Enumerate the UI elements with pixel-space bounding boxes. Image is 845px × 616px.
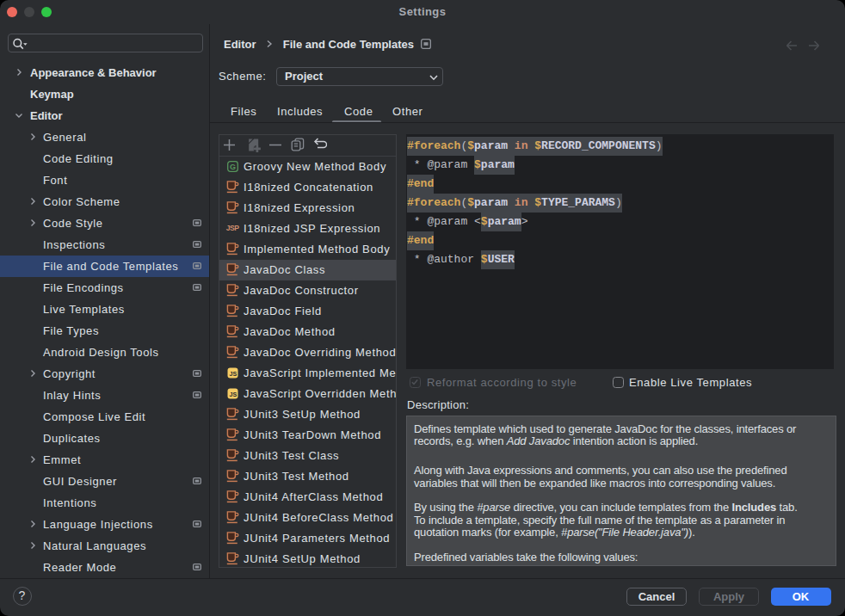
svg-text:JSP: JSP bbox=[226, 224, 240, 232]
svg-text:JS: JS bbox=[229, 370, 237, 378]
svg-text:JS: JS bbox=[229, 391, 237, 398]
svg-text:G: G bbox=[230, 162, 236, 170]
